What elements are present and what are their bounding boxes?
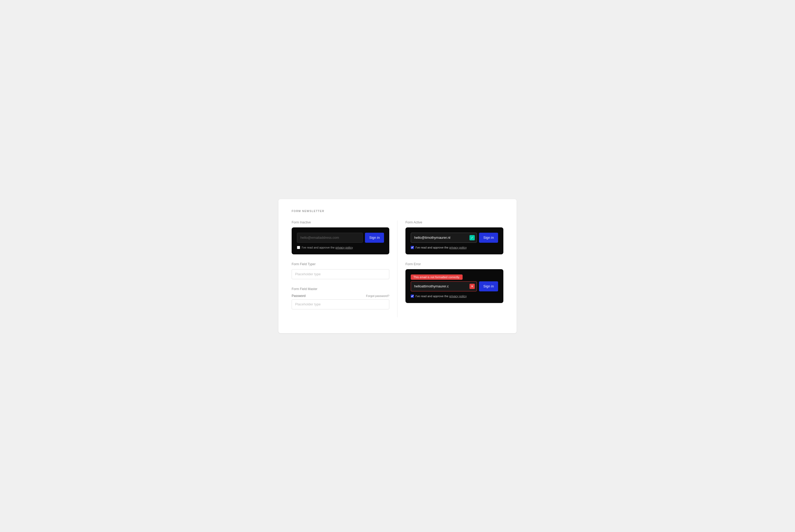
check-icon: ✓ [469,235,475,240]
x-icon[interactable]: ✕ [469,284,475,289]
form-active-checkbox-row: I've read and approve the privacy policy [411,246,498,249]
left-column: Form Inactive Sign in I've read and appr… [292,221,397,317]
form-inactive-title: Form Inactive [292,221,389,224]
form-error-checkbox-row: I've read and approve the privacy policy [411,294,498,298]
error-sign-in-button[interactable]: Sign in [479,281,498,291]
form-field-type-title: Form Field Typer [292,262,389,266]
error-email-input[interactable] [411,281,477,291]
error-input-wrapper: ✕ [411,281,477,291]
form-error-card: This email is not formatted correctly. ✕… [405,269,503,303]
form-inactive-section: Form Inactive Sign in I've read and appr… [292,221,389,254]
form-active-section: Form Active ✓ Sign in I've read and appr… [405,221,503,254]
active-input-wrapper: ✓ [411,233,477,243]
section-label: FORM NEWSLETTER [292,210,503,213]
active-sign-in-button[interactable]: Sign in [479,233,498,243]
error-checkbox-label: I've read and approve the privacy policy [415,294,467,298]
inactive-email-input[interactable] [297,233,363,243]
form-inactive-checkbox-row: I've read and approve the privacy policy [297,246,384,249]
error-checkbox[interactable] [411,294,414,298]
form-field-type-section: Form Field Typer [292,262,389,279]
form-active-title: Form Active [405,221,503,224]
inactive-checkbox[interactable] [297,246,300,249]
active-email-input[interactable] [411,233,477,243]
form-field-master-title: Form Field Master [292,287,389,291]
field-master-header: Password Forgot password? [292,294,389,298]
inactive-checkbox-label: I've read and approve the privacy policy [302,246,353,249]
active-privacy-link[interactable]: privacy policy [449,246,467,249]
field-type-input[interactable] [292,269,389,279]
form-active-row: ✓ Sign in [411,233,498,243]
right-column: Form Active ✓ Sign in I've read and appr… [397,221,503,317]
form-error-row: ✕ Sign in [411,281,498,291]
error-privacy-link[interactable]: privacy policy [449,294,467,298]
password-input[interactable] [292,299,389,309]
active-checkbox-label: I've read and approve the privacy policy [415,246,467,249]
form-error-title: Form Error [405,262,503,266]
form-error-section: Form Error This email is not formatted c… [405,262,503,303]
forgot-password-link[interactable]: Forgot password? [366,294,389,298]
form-field-master-section: Form Field Master Password Forgot passwo… [292,287,389,309]
password-label: Password [292,294,306,298]
main-container: FORM NEWSLETTER Form Inactive Sign in I'… [278,199,517,333]
inactive-sign-in-button[interactable]: Sign in [365,233,384,243]
form-inactive-row: Sign in [297,233,384,243]
error-tooltip: This email is not formatted correctly. [411,274,463,280]
inactive-privacy-link[interactable]: privacy policy [335,246,353,249]
forms-grid: Form Inactive Sign in I've read and appr… [292,221,503,317]
form-inactive-card: Sign in I've read and approve the privac… [292,227,389,254]
active-checkbox[interactable] [411,246,414,249]
form-active-card: ✓ Sign in I've read and approve the priv… [405,227,503,254]
